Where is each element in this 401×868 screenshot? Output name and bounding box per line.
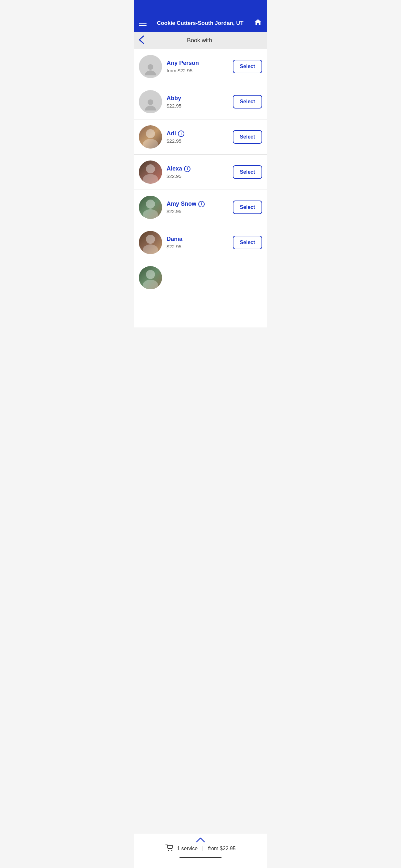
stylist-name: Amy Snow i (166, 200, 228, 207)
list-item: Any Person from $22.95 Select (134, 49, 267, 84)
stylist-name: Alexa i (166, 165, 228, 172)
avatar (139, 160, 162, 184)
header: Cookie Cutters-South Jordan, UT (134, 14, 267, 32)
menu-button[interactable] (139, 21, 147, 26)
header-title: Cookie Cutters-South Jordan, UT (147, 20, 254, 27)
stylist-price: $22.95 (166, 103, 228, 108)
back-button[interactable] (139, 35, 144, 46)
select-button[interactable]: Select (233, 60, 262, 73)
list-item: Dania $22.95 Select (134, 225, 267, 260)
stylist-price: from $22.95 (166, 68, 228, 73)
list-item: Abby $22.95 Select (134, 84, 267, 120)
stylist-name: Dania (166, 236, 228, 243)
stylist-info: Abby $22.95 (162, 95, 233, 108)
svg-point-1 (148, 99, 153, 105)
list-item: Adi i $22.95 Select (134, 120, 267, 155)
stylist-price: $22.95 (166, 174, 228, 179)
info-icon[interactable]: i (184, 166, 190, 172)
avatar (139, 125, 162, 149)
sub-header: Book with (134, 32, 267, 49)
avatar (139, 231, 162, 254)
avatar (139, 266, 162, 289)
svg-point-0 (148, 64, 153, 70)
stylist-price: $22.95 (166, 138, 228, 144)
stylist-name: Adi i (166, 130, 228, 137)
stylist-price: $22.95 (166, 244, 228, 249)
page-title: Book with (147, 37, 262, 44)
stylist-info: Dania $22.95 (162, 236, 233, 249)
avatar (139, 196, 162, 219)
stylist-info: Any Person from $22.95 (162, 60, 233, 73)
info-icon[interactable]: i (198, 201, 205, 207)
avatar (139, 55, 162, 78)
select-button[interactable]: Select (233, 236, 262, 249)
partial-list-item (134, 260, 267, 295)
status-bar (134, 0, 267, 14)
list-item: Amy Snow i $22.95 Select (134, 190, 267, 225)
info-icon[interactable]: i (178, 130, 184, 137)
avatar (139, 90, 162, 113)
stylist-list: Any Person from $22.95 Select Abby $22.9… (134, 49, 267, 328)
stylist-info: Alexa i $22.95 (162, 165, 233, 179)
stylist-name: Abby (166, 95, 228, 102)
select-button[interactable]: Select (233, 200, 262, 214)
select-button[interactable]: Select (233, 130, 262, 144)
home-button[interactable] (254, 18, 262, 28)
stylist-info: Amy Snow i $22.95 (162, 200, 233, 214)
stylist-name: Any Person (166, 60, 228, 66)
stylist-info: Adi i $22.95 (162, 130, 233, 144)
select-button[interactable]: Select (233, 95, 262, 108)
list-item: Alexa i $22.95 Select (134, 155, 267, 190)
select-button[interactable]: Select (233, 165, 262, 179)
stylist-price: $22.95 (166, 209, 228, 214)
